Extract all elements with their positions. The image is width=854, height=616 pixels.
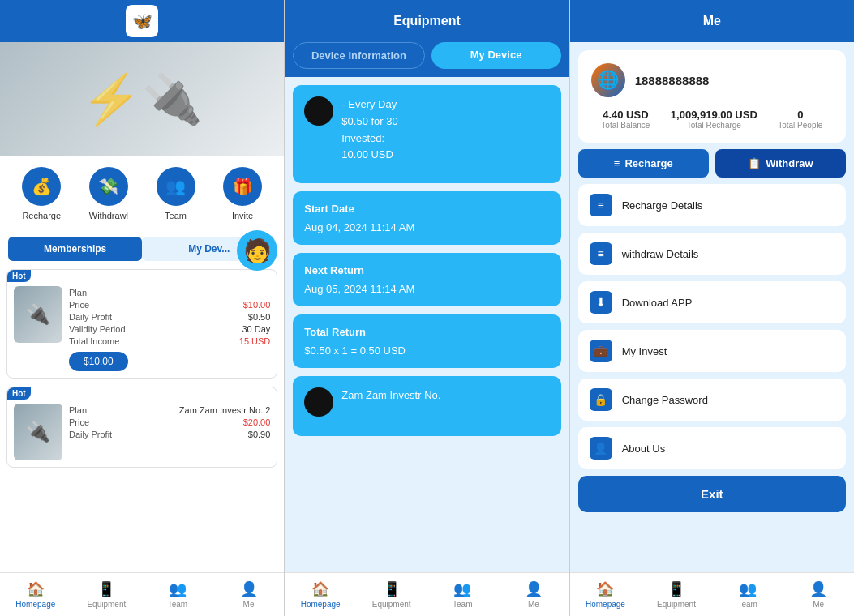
plan-label-2: Plan bbox=[69, 405, 87, 415]
nav-equipment[interactable]: 📱 Equipment bbox=[71, 573, 143, 616]
nav2-team[interactable]: 👥 Team bbox=[427, 573, 498, 616]
equipment-bottom-nav: 🏠 Homepage 📱 Equipment 👥 Team 👤 Me bbox=[285, 572, 569, 616]
recharge-button[interactable]: ≡ Recharge bbox=[578, 149, 709, 178]
invite-label: Invite bbox=[232, 211, 253, 220]
next-return-value: Aug 05, 2024 11:14 AM bbox=[304, 283, 549, 295]
team-icon: 👥 bbox=[157, 167, 195, 206]
profile-logo: 🌐 bbox=[591, 63, 625, 97]
team-label: Team bbox=[165, 211, 187, 220]
team-nav-icon: 👥 bbox=[169, 580, 187, 598]
screen-me: Me 🌐 18888888888 4.40 USD Total Balance … bbox=[569, 0, 854, 616]
tab-device-info[interactable]: Device Information bbox=[293, 42, 424, 69]
stat-balance: 4.40 USD Total Balance bbox=[601, 109, 650, 130]
profit-label: Daily Profit bbox=[69, 312, 112, 322]
menu-download-app[interactable]: ⬇ Download APP bbox=[578, 281, 846, 323]
team-action[interactable]: 👥 Team bbox=[157, 167, 195, 220]
about-us-icon: 👤 bbox=[590, 437, 612, 460]
nav-homepage[interactable]: 🏠 Homepage bbox=[0, 573, 71, 616]
me-bottom-nav: 🏠 Homepage 📱 Equipment 👥 Team 👤 Me bbox=[570, 572, 854, 616]
hero-image: ⚡🔌 bbox=[0, 42, 284, 156]
profile-card: 🌐 18888888888 4.40 USD Total Balance 1,0… bbox=[578, 50, 846, 143]
plan-details-2: PlanZam Zam Investr No. 2 Price$20.00 Da… bbox=[69, 394, 270, 460]
device-description-2: Zam Zam Investr No. bbox=[341, 387, 440, 404]
screen-homepage: 🦋 ⚡🔌 💰 Recharge 💸 Withdrawl 👥 Team bbox=[0, 0, 284, 616]
price-label: Price bbox=[69, 300, 89, 310]
start-date-section: Start Date Aug 04, 2024 11:14 AM bbox=[293, 191, 560, 245]
total-return-section: Total Return $0.50 x 1 = 0.50 USD bbox=[293, 314, 560, 368]
start-date-label: Start Date bbox=[304, 203, 549, 215]
withdraw-btn-icon: 📋 bbox=[748, 157, 761, 169]
me-content: 🌐 18888888888 4.40 USD Total Balance 1,0… bbox=[570, 42, 854, 572]
next-return-label: Next Return bbox=[304, 264, 549, 276]
app-logo: 🦋 bbox=[126, 5, 158, 37]
me-icon: 👤 bbox=[240, 580, 258, 598]
nav-team[interactable]: 👥 Team bbox=[142, 573, 213, 616]
tab-memberships[interactable]: Memberships bbox=[8, 237, 142, 261]
user-avatar: 🧑 bbox=[237, 230, 277, 271]
invite-action[interactable]: 🎁 Invite bbox=[223, 167, 262, 220]
withdraw-icon: 💸 bbox=[89, 167, 128, 206]
profit-label-2: Daily Profit bbox=[69, 430, 112, 439]
charger-icon: ⚡🔌 bbox=[81, 71, 203, 128]
price-label-2: Price bbox=[69, 417, 89, 427]
stat-people: 0 Total People bbox=[778, 109, 822, 130]
profile-top: 🌐 18888888888 bbox=[591, 63, 833, 97]
next-return-section: Next Return Aug 05, 2024 11:14 AM bbox=[293, 253, 560, 306]
hero-banner: ⚡🔌 bbox=[0, 42, 284, 156]
total-return-label: Total Return bbox=[304, 326, 549, 338]
device-top-2: Zam Zam Investr No. bbox=[304, 387, 549, 417]
tab-my-device[interactable]: My Device bbox=[431, 42, 561, 69]
action-buttons: ≡ Recharge 📋 Withdraw bbox=[578, 149, 846, 178]
home-icon-2: 🏠 bbox=[311, 580, 329, 598]
my-invest-icon: 💼 bbox=[590, 340, 612, 362]
recharge-btn-icon: ≡ bbox=[614, 157, 620, 169]
total-return-value: $0.50 x 1 = 0.50 USD bbox=[304, 344, 549, 357]
equipment-content: - Every Day$0.50 for 30Invested:10.00 US… bbox=[285, 77, 569, 572]
hot-badge-1: Hot bbox=[7, 270, 31, 282]
device-dot bbox=[304, 96, 333, 126]
withdraw-label: Withdrawl bbox=[89, 211, 128, 220]
equipment-tabs: Device Information My Device bbox=[285, 42, 569, 77]
plan-card-2: Hot 🔌 PlanZam Zam Investr No. 2 Price$20… bbox=[6, 387, 277, 468]
recharge-icon: 💰 bbox=[22, 167, 61, 206]
validity-label: Validity Period bbox=[69, 324, 126, 334]
me-header: Me bbox=[570, 0, 854, 42]
device-card-1: - Every Day$0.50 for 30Invested:10.00 US… bbox=[293, 85, 560, 183]
download-app-icon: ⬇ bbox=[590, 291, 612, 314]
nav3-team[interactable]: 👥 Team bbox=[712, 573, 783, 616]
team-nav-icon-2: 👥 bbox=[453, 580, 471, 598]
nav3-homepage[interactable]: 🏠 Homepage bbox=[570, 573, 642, 616]
menu-change-password[interactable]: 🔒 Change Password bbox=[578, 379, 846, 421]
screen-equipment: Equipment Device Information My Device -… bbox=[284, 0, 569, 616]
plan-card-1: Hot 🔌 Plan Price$10.00 Daily Profit$0.50… bbox=[6, 269, 277, 379]
plan-image-1: 🔌 bbox=[14, 286, 62, 343]
bottom-nav: 🏠 Homepage 📱 Equipment 👥 Team 👤 Me bbox=[0, 572, 284, 616]
home-icon: 🏠 bbox=[27, 580, 45, 598]
stat-recharge: 1,009,919.00 USD Total Recharge bbox=[671, 109, 757, 130]
invite-icon: 🎁 bbox=[223, 167, 262, 206]
menu-my-invest[interactable]: 💼 My Invest bbox=[578, 330, 846, 372]
nav2-equipment[interactable]: 📱 Equipment bbox=[356, 573, 427, 616]
nav3-me[interactable]: 👤 Me bbox=[783, 573, 854, 616]
plan-label: Plan bbox=[69, 288, 87, 297]
recharge-label: Recharge bbox=[22, 211, 61, 220]
recharge-action[interactable]: 💰 Recharge bbox=[22, 167, 61, 220]
exit-button[interactable]: Exit bbox=[578, 476, 846, 512]
withdraw-button[interactable]: 📋 Withdraw bbox=[715, 149, 846, 178]
equipment-icon: 📱 bbox=[97, 580, 115, 598]
header: 🦋 bbox=[0, 0, 284, 42]
nav3-equipment[interactable]: 📱 Equipment bbox=[641, 573, 712, 616]
equipment-header: Equipment bbox=[285, 0, 569, 42]
avatar: 🧑 bbox=[237, 230, 277, 271]
nav-me[interactable]: 👤 Me bbox=[213, 573, 285, 616]
nav2-homepage[interactable]: 🏠 Homepage bbox=[285, 573, 356, 616]
nav2-me[interactable]: 👤 Me bbox=[498, 573, 569, 616]
action-buttons: 💰 Recharge 💸 Withdrawl 👥 Team 🎁 Invite bbox=[0, 156, 284, 232]
menu-withdraw-details[interactable]: ≡ withdraw Details bbox=[578, 233, 846, 275]
menu-about-us[interactable]: 👤 About Us bbox=[578, 427, 846, 469]
menu-recharge-details[interactable]: ≡ Recharge Details bbox=[578, 184, 846, 226]
equipment-icon-2: 📱 bbox=[383, 580, 401, 598]
buy-button-1[interactable]: $10.00 bbox=[69, 352, 128, 371]
phone-number: 18888888888 bbox=[635, 74, 710, 88]
withdraw-action[interactable]: 💸 Withdrawl bbox=[89, 167, 128, 220]
